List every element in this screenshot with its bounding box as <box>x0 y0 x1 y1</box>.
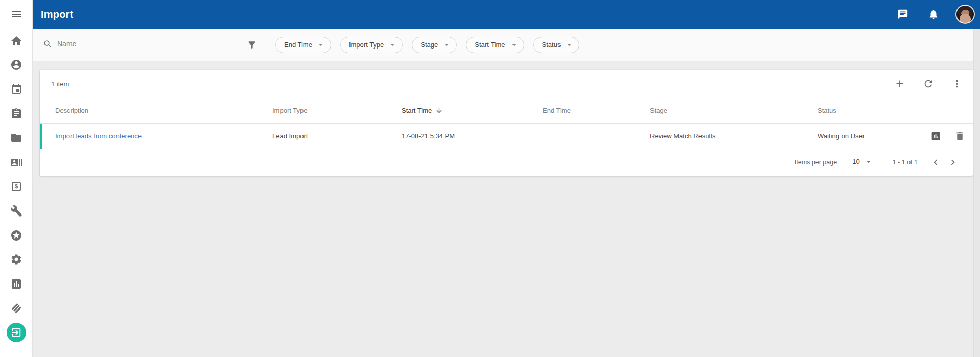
refresh-icon <box>923 78 934 89</box>
sidebar-item-calendar[interactable] <box>0 77 33 102</box>
chevron-down-icon <box>388 40 397 50</box>
column-label: Import Type <box>272 107 307 114</box>
filter-chip-status[interactable]: Status <box>533 37 580 53</box>
filter-chip-end-time[interactable]: End Time <box>275 37 331 53</box>
sidebar-item-import[interactable] <box>0 320 33 345</box>
content-area: 1 item Description Import Type <box>33 61 973 357</box>
column-label: Description <box>55 107 88 114</box>
menu-button[interactable] <box>0 0 32 29</box>
sort-desc-arrow-icon <box>432 106 443 116</box>
filter-chip-stage[interactable]: Stage <box>412 37 457 53</box>
chat-button[interactable] <box>894 6 912 23</box>
sidebar-item-tools[interactable] <box>0 199 33 223</box>
delete-button[interactable] <box>953 130 966 142</box>
add-icon <box>894 78 905 89</box>
filter-button[interactable] <box>244 37 260 53</box>
notifications-button[interactable] <box>925 6 942 23</box>
calendar-icon <box>10 83 22 96</box>
chip-label: End Time <box>284 41 312 49</box>
user-avatar[interactable] <box>955 5 975 24</box>
filter-chip-import-type[interactable]: Import Type <box>340 37 403 53</box>
chevron-right-icon <box>947 157 959 168</box>
card-actions <box>892 76 965 91</box>
dropdown-icon <box>864 157 873 166</box>
chip-label: Status <box>542 41 561 49</box>
paginator: Items per page 10 1 - 1 of 1 <box>40 149 973 176</box>
page-title: Import <box>41 9 73 20</box>
column-label: Status <box>818 107 836 114</box>
tasks-icon <box>10 108 22 120</box>
reports-icon <box>10 278 22 290</box>
next-page-button[interactable] <box>944 154 962 171</box>
results-chart-icon <box>930 131 941 141</box>
items-per-page-label: Items per page <box>795 159 837 166</box>
account-icon <box>10 59 22 71</box>
tags-icon <box>10 302 22 314</box>
table-row[interactable]: Import leads from conference Lead Import… <box>40 124 973 149</box>
row-status-indicator <box>40 124 42 149</box>
column-label: Start Time <box>402 107 432 114</box>
import-icon <box>11 327 22 338</box>
sidebar-item-home[interactable] <box>0 29 33 53</box>
sidebar-item-favorites[interactable] <box>0 223 33 248</box>
filter-chip-start-time[interactable]: Start Time <box>466 37 524 53</box>
sidebar-nav: $ <box>0 29 33 345</box>
column-header-import-type[interactable]: Import Type <box>272 107 402 114</box>
sidebar-item-reports[interactable] <box>0 272 33 296</box>
search-box <box>43 37 230 53</box>
sidebar-item-settings[interactable] <box>0 247 33 272</box>
sidebar-item-money[interactable]: $ <box>0 175 33 199</box>
search-icon <box>43 39 53 49</box>
folder-icon <box>10 132 22 144</box>
sidebar-item-tasks[interactable] <box>0 102 33 126</box>
sidebar: $ <box>0 0 33 357</box>
page-range-label: 1 - 1 of 1 <box>893 159 918 166</box>
view-results-button[interactable] <box>929 130 942 142</box>
column-header-stage[interactable]: Stage <box>650 107 818 114</box>
filter-chips: End Time Import Type Stage Start Time St… <box>275 37 579 53</box>
search-input[interactable] <box>56 37 230 53</box>
add-button[interactable] <box>892 76 907 91</box>
column-header-start-time[interactable]: Start Time <box>402 106 543 116</box>
home-icon <box>10 35 22 47</box>
notifications-icon <box>928 9 939 20</box>
column-header-description[interactable]: Description <box>55 107 272 114</box>
column-header-end-time[interactable]: End Time <box>543 107 650 114</box>
contacts-icon <box>10 156 22 169</box>
previous-page-button[interactable] <box>927 154 944 171</box>
row-description-link[interactable]: Import leads from conference <box>55 132 272 140</box>
column-header-status[interactable]: Status <box>818 107 925 114</box>
chevron-down-icon <box>316 40 325 50</box>
table-header: Description Import Type Start Time End T… <box>40 98 973 124</box>
import-list-card: 1 item Description Import Type <box>40 70 973 176</box>
chip-label: Start Time <box>475 41 505 49</box>
sidebar-item-contacts-profile[interactable] <box>0 53 33 78</box>
menu-icon <box>10 8 22 20</box>
more-vert-icon <box>951 78 963 89</box>
chip-label: Stage <box>421 41 438 49</box>
column-label: End Time <box>543 107 571 114</box>
filter-icon <box>247 40 257 50</box>
more-options-button[interactable] <box>949 76 965 91</box>
page-size-select[interactable]: 10 <box>849 156 873 169</box>
row-actions <box>925 130 973 142</box>
card-header: 1 item <box>40 70 973 98</box>
chevron-down-icon <box>509 40 519 50</box>
item-count: 1 item <box>51 80 69 88</box>
refresh-button[interactable] <box>921 76 936 91</box>
chevron-left-icon <box>930 157 941 168</box>
sidebar-item-tags[interactable] <box>0 296 33 321</box>
page-size-value: 10 <box>852 158 859 165</box>
sidebar-item-contacts-list[interactable] <box>0 150 33 175</box>
import-active-bubble <box>7 323 26 342</box>
sidebar-item-files[interactable] <box>0 126 33 150</box>
tools-icon <box>10 205 22 217</box>
chip-label: Import Type <box>349 41 384 49</box>
row-start-time: 17-08-21 5:34 PM <box>402 132 543 140</box>
vertical-scrollbar[interactable] <box>973 29 980 357</box>
stars-icon <box>10 229 22 242</box>
row-status: Waiting on User <box>818 132 925 140</box>
column-label: Stage <box>650 107 667 114</box>
money-icon: $ <box>10 180 22 193</box>
row-stage: Review Match Results <box>650 132 818 140</box>
